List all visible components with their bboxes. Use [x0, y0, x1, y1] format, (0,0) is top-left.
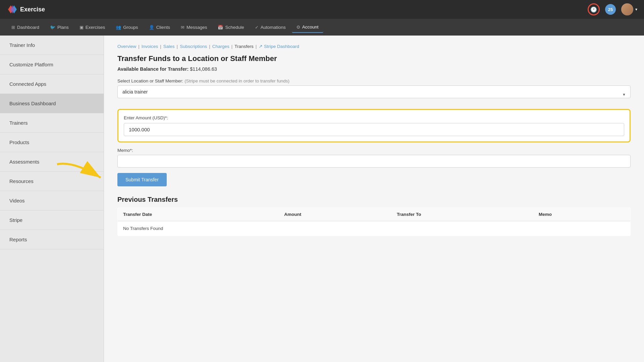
- sidebar-item-trainers[interactable]: Trainers: [0, 113, 104, 133]
- amount-input[interactable]: [124, 123, 624, 136]
- app-name: Exercise: [20, 6, 45, 13]
- amount-label: Enter Amount (USD)*:: [124, 115, 624, 120]
- sidebar-item-connected-apps[interactable]: Connected Apps: [0, 74, 104, 94]
- available-balance: Available Balance for Transfer: $114,086…: [117, 66, 631, 72]
- transfers-table-body: No Transfers Found: [118, 221, 631, 236]
- nav-item-clients[interactable]: 👤 Clients: [144, 22, 175, 33]
- location-form-group: Select Location or Staff Member: (Stripe…: [117, 78, 631, 104]
- sidebar-item-assessments[interactable]: Assessments: [0, 152, 104, 172]
- nav-label-dashboard: Dashboard: [17, 25, 39, 30]
- sidebar-item-customize-platform[interactable]: Customize Platform: [0, 55, 104, 74]
- breadcrumb-stripe-dashboard[interactable]: ↗ Stripe Dashboard: [259, 44, 299, 49]
- breadcrumb-sep-2: |: [160, 44, 161, 49]
- sidebar: Trainer Info Customize Platform Connecte…: [0, 36, 104, 362]
- breadcrumb-sep-5: |: [231, 44, 233, 49]
- account-icon: ⊙: [297, 24, 300, 29]
- sidebar-item-videos[interactable]: Videos: [0, 191, 104, 210]
- nav-bar: ⊞ Dashboard 🐦 Plans ▣ Exercises 👥 Groups…: [0, 19, 644, 36]
- breadcrumb: Overview | Invoices | Sales | Subscripti…: [117, 44, 631, 49]
- nav-item-messages[interactable]: ✉ Messages: [176, 22, 212, 33]
- available-balance-label: Available Balance for Transfer:: [117, 66, 189, 72]
- nav-label-plans: Plans: [57, 25, 69, 30]
- sidebar-label-customize-platform: Customize Platform: [9, 62, 53, 67]
- plans-icon: 🐦: [50, 25, 55, 30]
- breadcrumb-charges[interactable]: Charges: [212, 44, 229, 49]
- memo-label: Memo*:: [117, 148, 631, 153]
- sidebar-item-trainer-info[interactable]: Trainer Info: [0, 36, 104, 55]
- col-transfer-date: Transfer Date: [118, 208, 279, 221]
- avatar: [621, 3, 633, 15]
- sidebar-item-business-dashboard[interactable]: Business Dashboard: [0, 94, 104, 113]
- amount-section: Enter Amount (USD)*:: [117, 109, 631, 142]
- nav-label-account: Account: [302, 24, 319, 29]
- sidebar-item-stripe[interactable]: Stripe: [0, 210, 104, 230]
- sidebar-label-trainer-info: Trainer Info: [9, 42, 35, 48]
- breadcrumb-transfers: Transfers: [234, 44, 254, 49]
- notification-badge[interactable]: 25: [605, 4, 616, 15]
- breadcrumb-sep-1: |: [138, 44, 140, 49]
- sidebar-label-videos: Videos: [9, 198, 25, 203]
- transfers-table-head: Transfer Date Amount Transfer To Memo: [118, 208, 631, 221]
- sidebar-item-resources[interactable]: Resources: [0, 172, 104, 191]
- breadcrumb-overview[interactable]: Overview: [117, 44, 136, 49]
- nav-label-clients: Clients: [156, 25, 170, 30]
- nav-item-automations[interactable]: ✓ Automations: [250, 22, 290, 33]
- sidebar-label-connected-apps: Connected Apps: [9, 81, 46, 87]
- sidebar-label-resources: Resources: [9, 178, 34, 184]
- breadcrumb-subscriptions[interactable]: Subscriptions: [180, 44, 207, 49]
- nav-label-schedule: Schedule: [225, 25, 244, 30]
- sidebar-item-reports[interactable]: Reports: [0, 230, 104, 249]
- nav-item-groups[interactable]: 👥 Groups: [111, 22, 143, 33]
- exercises-icon: ▣: [79, 25, 84, 30]
- schedule-icon: 📅: [218, 25, 223, 30]
- nav-label-automations: Automations: [261, 25, 286, 30]
- messages-icon: ✉: [181, 25, 184, 30]
- no-transfers-message: No Transfers Found: [118, 221, 631, 236]
- sidebar-item-products[interactable]: Products: [0, 133, 104, 152]
- app-logo: Exercise: [7, 4, 45, 15]
- sidebar-label-assessments: Assessments: [9, 159, 39, 165]
- col-amount: Amount: [279, 208, 391, 221]
- table-row: No Transfers Found: [118, 221, 631, 236]
- available-balance-value: $114,086.63: [190, 66, 217, 72]
- memo-input[interactable]: [117, 155, 631, 168]
- sidebar-label-products: Products: [9, 139, 29, 145]
- avatar-face: [621, 3, 633, 15]
- avatar-button[interactable]: ▾: [621, 3, 637, 15]
- col-memo: Memo: [533, 208, 630, 221]
- nav-item-plans[interactable]: 🐦 Plans: [45, 22, 73, 33]
- nav-label-messages: Messages: [186, 25, 207, 30]
- nav-label-exercises: Exercises: [86, 25, 105, 30]
- main-content: Overview | Invoices | Sales | Subscripti…: [104, 36, 644, 362]
- submit-transfer-button[interactable]: Submit Transfer: [117, 173, 167, 186]
- sidebar-label-stripe: Stripe: [9, 217, 22, 223]
- sidebar-label-business-dashboard: Business Dashboard: [9, 101, 56, 106]
- breadcrumb-sep-4: |: [209, 44, 210, 49]
- previous-transfers-title: Previous Transfers: [117, 196, 631, 203]
- nav-item-dashboard[interactable]: ⊞ Dashboard: [7, 22, 44, 33]
- clock-icon[interactable]: 🕐: [588, 3, 600, 15]
- groups-icon: 👥: [116, 25, 121, 30]
- breadcrumb-sep-3: |: [177, 44, 178, 49]
- transfers-table: Transfer Date Amount Transfer To Memo No…: [117, 207, 631, 236]
- top-header: Exercise 🕐 25 ▾: [0, 0, 644, 19]
- col-transfer-to: Transfer To: [391, 208, 533, 221]
- nav-label-groups: Groups: [123, 25, 138, 30]
- header-right: 🕐 25 ▾: [588, 3, 637, 15]
- breadcrumb-sales[interactable]: Sales: [163, 44, 175, 49]
- breadcrumb-sep-6: |: [256, 44, 257, 49]
- nav-item-exercises[interactable]: ▣ Exercises: [75, 22, 110, 33]
- clients-icon: 👤: [149, 25, 154, 30]
- logo-icon: [7, 4, 17, 15]
- dashboard-icon: ⊞: [11, 25, 15, 30]
- page-title: Transfer Funds to a Location or Staff Me…: [117, 54, 631, 63]
- location-select[interactable]: alicia trainer: [117, 85, 631, 98]
- location-hint: (Stripe must be connected in order to tr…: [184, 78, 289, 83]
- nav-item-schedule[interactable]: 📅 Schedule: [213, 22, 249, 33]
- breadcrumb-invoices[interactable]: Invoices: [142, 44, 158, 49]
- memo-form-group: Memo*:: [117, 148, 631, 168]
- sidebar-label-reports: Reports: [9, 237, 27, 242]
- nav-item-account[interactable]: ⊙ Account: [292, 22, 323, 33]
- location-label: Select Location or Staff Member: (Stripe…: [117, 78, 631, 83]
- sidebar-label-trainers: Trainers: [9, 120, 28, 126]
